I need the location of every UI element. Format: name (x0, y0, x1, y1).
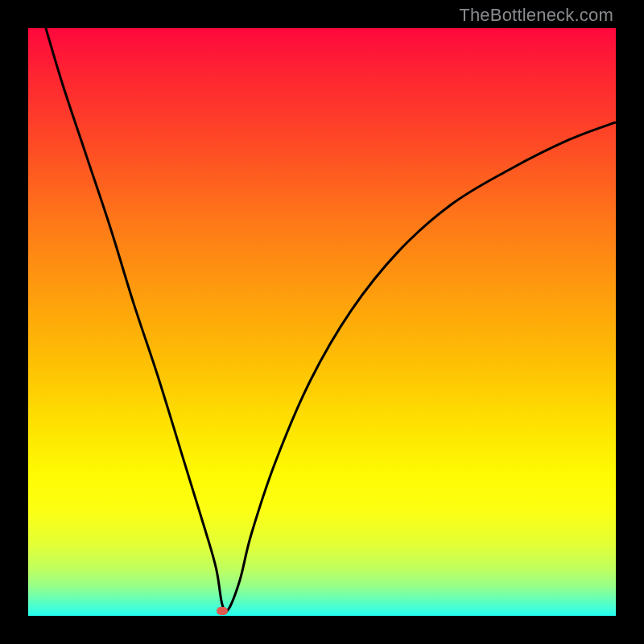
attribution-label: TheBottleneck.com (459, 5, 613, 26)
plot-area (28, 28, 616, 616)
curve-path (46, 28, 616, 612)
bottleneck-curve (28, 28, 616, 616)
chart-frame: TheBottleneck.com (0, 0, 644, 644)
optimal-point-marker (217, 607, 228, 615)
